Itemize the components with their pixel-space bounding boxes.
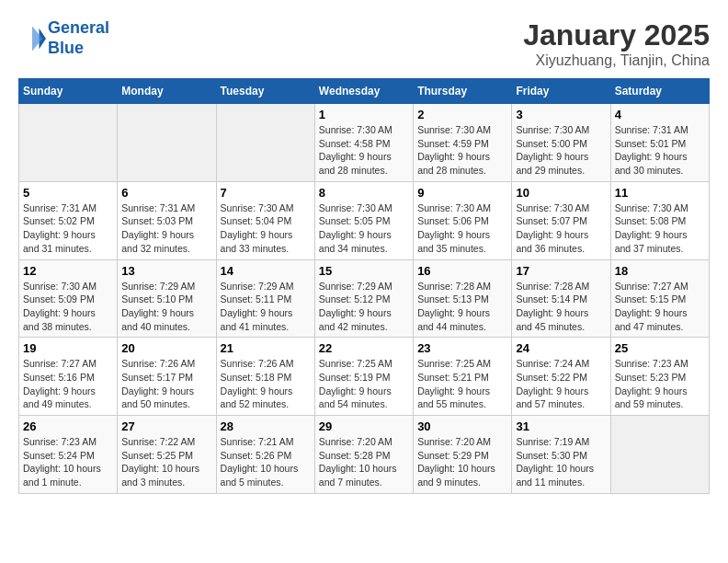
day-info: Sunrise: 7:30 AM Sunset: 4:59 PM Dayligh… (417, 123, 507, 178)
day-cell-3: 3Sunrise: 7:30 AM Sunset: 5:00 PM Daylig… (512, 104, 610, 182)
day-cell-31: 31Sunrise: 7:19 AM Sunset: 5:30 PM Dayli… (512, 416, 610, 494)
day-info: Sunrise: 7:25 AM Sunset: 5:19 PM Dayligh… (319, 357, 409, 411)
day-info: Sunrise: 7:30 AM Sunset: 5:05 PM Dayligh… (319, 201, 409, 256)
day-cell-28: 28Sunrise: 7:21 AM Sunset: 5:26 PM Dayli… (216, 416, 314, 494)
day-number: 13 (121, 264, 211, 278)
day-info: Sunrise: 7:28 AM Sunset: 5:14 PM Dayligh… (516, 280, 606, 334)
day-info: Sunrise: 7:24 AM Sunset: 5:22 PM Dayligh… (516, 357, 606, 411)
month-title: January 2025 (523, 18, 710, 52)
day-header-thursday: Thursday (414, 79, 512, 104)
empty-cell (216, 104, 314, 182)
day-cell-24: 24Sunrise: 7:24 AM Sunset: 5:22 PM Dayli… (512, 338, 610, 416)
day-cell-10: 10Sunrise: 7:30 AM Sunset: 5:07 PM Dayli… (512, 181, 610, 259)
day-number: 10 (516, 186, 606, 200)
day-info: Sunrise: 7:22 AM Sunset: 5:25 PM Dayligh… (121, 435, 211, 489)
day-number: 25 (615, 341, 705, 355)
day-number: 3 (516, 108, 606, 121)
day-info: Sunrise: 7:30 AM Sunset: 4:58 PM Dayligh… (319, 123, 409, 178)
day-info: Sunrise: 7:20 AM Sunset: 5:28 PM Dayligh… (319, 435, 409, 489)
day-info: Sunrise: 7:30 AM Sunset: 5:04 PM Dayligh… (221, 201, 311, 256)
day-info: Sunrise: 7:19 AM Sunset: 5:30 PM Dayligh… (516, 435, 606, 489)
day-number: 20 (121, 341, 211, 355)
day-info: Sunrise: 7:27 AM Sunset: 5:15 PM Dayligh… (615, 280, 705, 334)
day-header-wednesday: Wednesday (314, 79, 413, 104)
day-number: 26 (23, 419, 113, 433)
empty-cell (610, 416, 709, 494)
day-number: 18 (615, 264, 705, 278)
day-info: Sunrise: 7:27 AM Sunset: 5:16 PM Dayligh… (23, 357, 113, 411)
day-number: 5 (23, 186, 113, 200)
day-number: 14 (221, 264, 311, 278)
day-number: 30 (417, 419, 507, 433)
day-number: 12 (23, 264, 113, 278)
day-info: Sunrise: 7:30 AM Sunset: 5:00 PM Dayligh… (516, 123, 606, 178)
logo-icon (18, 25, 46, 52)
day-cell-12: 12Sunrise: 7:30 AM Sunset: 5:09 PM Dayli… (19, 259, 118, 338)
day-cell-17: 17Sunrise: 7:28 AM Sunset: 5:14 PM Dayli… (512, 259, 610, 338)
day-cell-13: 13Sunrise: 7:29 AM Sunset: 5:10 PM Dayli… (118, 259, 216, 338)
week-row-5: 26Sunrise: 7:23 AM Sunset: 5:24 PM Dayli… (19, 416, 710, 494)
day-cell-15: 15Sunrise: 7:29 AM Sunset: 5:12 PM Dayli… (314, 259, 413, 338)
empty-cell (19, 104, 118, 182)
day-info: Sunrise: 7:21 AM Sunset: 5:26 PM Dayligh… (221, 435, 311, 489)
day-header-saturday: Saturday (610, 79, 709, 104)
day-info: Sunrise: 7:29 AM Sunset: 5:11 PM Dayligh… (221, 280, 311, 334)
day-cell-1: 1Sunrise: 7:30 AM Sunset: 4:58 PM Daylig… (314, 104, 413, 182)
logo: General Blue (18, 18, 109, 58)
day-info: Sunrise: 7:23 AM Sunset: 5:24 PM Dayligh… (23, 435, 113, 489)
week-row-4: 19Sunrise: 7:27 AM Sunset: 5:16 PM Dayli… (19, 338, 710, 416)
logo-text: General Blue (48, 18, 109, 58)
day-cell-21: 21Sunrise: 7:26 AM Sunset: 5:18 PM Dayli… (216, 338, 314, 416)
day-cell-26: 26Sunrise: 7:23 AM Sunset: 5:24 PM Dayli… (19, 416, 118, 494)
day-number: 22 (319, 341, 409, 355)
day-cell-5: 5Sunrise: 7:31 AM Sunset: 5:02 PM Daylig… (19, 181, 118, 259)
day-cell-9: 9Sunrise: 7:30 AM Sunset: 5:06 PM Daylig… (414, 181, 512, 259)
calendar-table: SundayMondayTuesdayWednesdayThursdayFrid… (18, 78, 710, 494)
day-number: 28 (221, 419, 311, 433)
day-info: Sunrise: 7:31 AM Sunset: 5:03 PM Dayligh… (121, 201, 211, 256)
logo-line2: Blue (48, 39, 84, 57)
day-info: Sunrise: 7:29 AM Sunset: 5:10 PM Dayligh… (121, 280, 211, 334)
day-info: Sunrise: 7:26 AM Sunset: 5:17 PM Dayligh… (121, 357, 211, 411)
title-block: January 2025 Xiyuzhuang, Tianjin, China (523, 18, 710, 69)
day-info: Sunrise: 7:31 AM Sunset: 5:01 PM Dayligh… (615, 123, 705, 178)
day-number: 31 (516, 419, 606, 433)
day-number: 21 (221, 341, 311, 355)
day-cell-29: 29Sunrise: 7:20 AM Sunset: 5:28 PM Dayli… (314, 416, 413, 494)
day-cell-20: 20Sunrise: 7:26 AM Sunset: 5:17 PM Dayli… (118, 338, 216, 416)
day-cell-18: 18Sunrise: 7:27 AM Sunset: 5:15 PM Dayli… (610, 259, 709, 338)
day-header-friday: Friday (512, 79, 610, 104)
day-info: Sunrise: 7:25 AM Sunset: 5:21 PM Dayligh… (417, 357, 507, 411)
day-number: 11 (615, 186, 705, 200)
day-cell-6: 6Sunrise: 7:31 AM Sunset: 5:03 PM Daylig… (118, 181, 216, 259)
day-number: 27 (121, 419, 211, 433)
week-row-2: 5Sunrise: 7:31 AM Sunset: 5:02 PM Daylig… (19, 181, 710, 259)
day-header-tuesday: Tuesday (216, 79, 314, 104)
day-number: 9 (417, 186, 507, 200)
day-cell-4: 4Sunrise: 7:31 AM Sunset: 5:01 PM Daylig… (610, 104, 709, 182)
day-cell-19: 19Sunrise: 7:27 AM Sunset: 5:16 PM Dayli… (19, 338, 118, 416)
day-cell-23: 23Sunrise: 7:25 AM Sunset: 5:21 PM Dayli… (414, 338, 512, 416)
day-number: 19 (23, 341, 113, 355)
day-cell-14: 14Sunrise: 7:29 AM Sunset: 5:11 PM Dayli… (216, 259, 314, 338)
day-cell-8: 8Sunrise: 7:30 AM Sunset: 5:05 PM Daylig… (314, 181, 413, 259)
day-cell-11: 11Sunrise: 7:30 AM Sunset: 5:08 PM Dayli… (610, 181, 709, 259)
day-number: 17 (516, 264, 606, 278)
day-number: 4 (615, 108, 705, 121)
day-number: 16 (417, 264, 507, 278)
day-header-monday: Monday (118, 79, 216, 104)
day-number: 29 (319, 419, 409, 433)
day-info: Sunrise: 7:30 AM Sunset: 5:07 PM Dayligh… (516, 201, 606, 256)
day-info: Sunrise: 7:31 AM Sunset: 5:02 PM Dayligh… (23, 201, 113, 256)
page-header: General Blue January 2025 Xiyuzhuang, Ti… (18, 18, 710, 69)
empty-cell (118, 104, 216, 182)
days-header-row: SundayMondayTuesdayWednesdayThursdayFrid… (19, 79, 710, 104)
day-info: Sunrise: 7:28 AM Sunset: 5:13 PM Dayligh… (417, 280, 507, 334)
day-cell-25: 25Sunrise: 7:23 AM Sunset: 5:23 PM Dayli… (610, 338, 709, 416)
day-number: 6 (121, 186, 211, 200)
day-cell-2: 2Sunrise: 7:30 AM Sunset: 4:59 PM Daylig… (414, 104, 512, 182)
day-info: Sunrise: 7:30 AM Sunset: 5:08 PM Dayligh… (615, 201, 705, 256)
day-number: 2 (417, 108, 507, 121)
location-title: Xiyuzhuang, Tianjin, China (523, 52, 710, 69)
day-cell-16: 16Sunrise: 7:28 AM Sunset: 5:13 PM Dayli… (414, 259, 512, 338)
